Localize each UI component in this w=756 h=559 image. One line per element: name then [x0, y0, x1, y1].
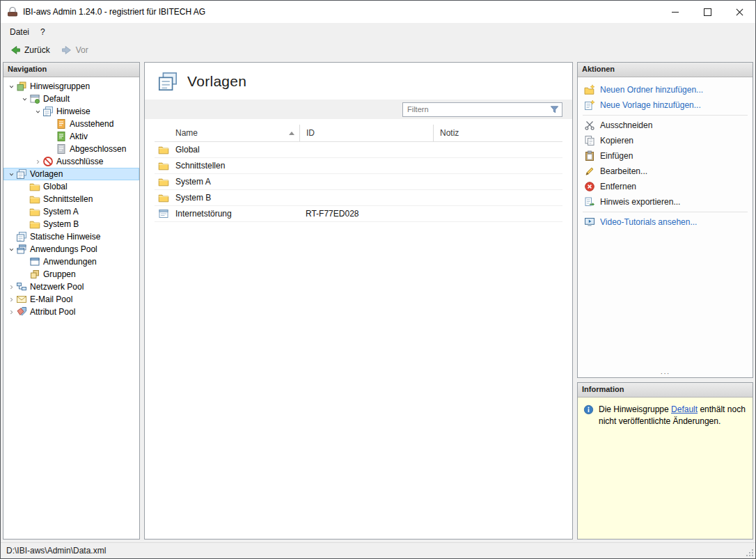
- tree-item-label: Statische Hinweise: [30, 232, 100, 242]
- tree-item-ausstehend[interactable]: Ausstehend: [3, 118, 139, 130]
- default-group-link[interactable]: Default: [671, 404, 698, 414]
- action-export[interactable]: Hinweis exportieren...: [578, 194, 753, 210]
- action-video-tutorials[interactable]: Video-Tutorials ansehen...: [578, 214, 753, 230]
- table-row-internetstoerung[interactable]: Internetstörung RT-F77ED028: [155, 206, 562, 222]
- network-pool-icon: [16, 281, 27, 292]
- folder-icon: [155, 174, 173, 189]
- tree-item-statische-hinweise[interactable]: Statische Hinweise: [3, 230, 139, 243]
- new-template-icon: [584, 100, 595, 111]
- column-header-id[interactable]: ID: [299, 125, 433, 141]
- tree-item-aktiv[interactable]: Aktiv: [3, 130, 139, 143]
- chevron-collapsed-icon[interactable]: [6, 307, 16, 317]
- cell-notiz: [433, 174, 562, 189]
- column-header-name[interactable]: Name: [173, 125, 299, 141]
- menu-datei[interactable]: Datei: [4, 25, 35, 39]
- window-title: IBI-aws Admin 1.24.0 - registriert für I…: [23, 7, 205, 17]
- menu-help[interactable]: ?: [35, 25, 51, 39]
- chevron-spacer: [46, 132, 56, 141]
- column-header-notiz[interactable]: Notiz: [433, 125, 562, 141]
- close-button[interactable]: [723, 1, 755, 23]
- folder-icon: [29, 219, 40, 230]
- paste-icon: [584, 150, 595, 162]
- tree-item-system-b[interactable]: System B: [3, 218, 139, 230]
- tree-item-ausschluesse[interactable]: Ausschlüsse: [3, 155, 139, 168]
- action-new-template[interactable]: Neue Vorlage hinzufügen...: [578, 97, 753, 113]
- table-row-schnittstellen[interactable]: Schnittstellen: [155, 158, 562, 174]
- tree-item-system-a[interactable]: System A: [3, 205, 139, 218]
- groups-icon: [29, 269, 40, 280]
- chevron-collapsed-icon[interactable]: [33, 157, 42, 166]
- actions-panel: Aktionen Neuen Ordner hinzufügen... Neue…: [577, 62, 753, 378]
- chevron-expanded-icon[interactable]: [6, 169, 16, 179]
- cell-id: [299, 174, 433, 189]
- chevron-collapsed-icon[interactable]: [6, 282, 16, 292]
- information-body: Die Hinweisgruppe Default enthält noch n…: [578, 397, 753, 539]
- action-copy[interactable]: Kopieren: [578, 133, 753, 148]
- toolbar: Zurück Vor: [1, 40, 755, 59]
- information-header: Information: [578, 383, 753, 397]
- cell-notiz: [433, 142, 562, 157]
- tree-item-email-pool[interactable]: E-Mail Pool: [3, 293, 139, 306]
- tree-item-abgeschlossen[interactable]: Abgeschlossen: [3, 143, 139, 155]
- tree-item-anwendungen[interactable]: Anwendungen: [3, 255, 139, 268]
- panel-splitter-handle[interactable]: ···: [578, 370, 753, 377]
- cell-name: System A: [173, 174, 299, 189]
- column-label: ID: [306, 128, 315, 138]
- navigation-panel: Navigation Hinweisgruppen Default Hinwei…: [3, 62, 140, 540]
- cell-name: System B: [173, 190, 299, 205]
- tree-item-vorlagen[interactable]: Vorlagen: [3, 168, 139, 180]
- filter-box: [402, 102, 562, 117]
- actions-separator: [583, 212, 748, 212]
- tree-item-attribut-pool[interactable]: Attribut Pool: [3, 306, 139, 318]
- tree-item-hinweise[interactable]: Hinweise: [3, 105, 139, 118]
- action-new-folder[interactable]: Neuen Ordner hinzufügen...: [578, 82, 753, 97]
- action-edit[interactable]: Bearbeiten...: [578, 164, 753, 179]
- chevron-expanded-icon[interactable]: [33, 107, 42, 116]
- action-cut[interactable]: Ausschneiden: [578, 118, 753, 133]
- filter-funnel-icon[interactable]: [549, 104, 560, 115]
- chevron-spacer: [19, 207, 29, 216]
- templates-table: Name ID Notiz Global: [155, 125, 562, 222]
- minimize-button[interactable]: [659, 1, 691, 23]
- action-paste[interactable]: Einfügen: [578, 148, 753, 164]
- chevron-expanded-icon[interactable]: [19, 94, 29, 104]
- chevron-spacer: [19, 182, 29, 191]
- tree-item-label: Schnittstellen: [43, 194, 93, 204]
- back-button[interactable]: Zurück: [5, 43, 55, 57]
- cell-notiz: [433, 158, 562, 173]
- actions-header: Aktionen: [578, 63, 753, 77]
- chevron-spacer: [6, 232, 16, 242]
- tree-item-label: Ausschlüsse: [56, 157, 103, 166]
- tree-item-label: Netzwerk Pool: [30, 282, 84, 292]
- page-title: Vorlagen: [187, 73, 246, 90]
- tree-item-netzwerk-pool[interactable]: Netzwerk Pool: [3, 281, 139, 293]
- tree-item-global[interactable]: Global: [3, 180, 139, 193]
- titlebar: IBI-aws Admin 1.24.0 - registriert für I…: [1, 1, 755, 23]
- forward-button[interactable]: Vor: [56, 43, 93, 57]
- notice-groups-icon: [16, 81, 27, 92]
- exclusions-icon: [42, 156, 54, 167]
- chevron-collapsed-icon[interactable]: [6, 294, 16, 304]
- template-icon: [155, 206, 173, 221]
- tree-item-default[interactable]: Default: [3, 93, 139, 105]
- filter-input[interactable]: [403, 105, 549, 113]
- cell-id: [299, 158, 433, 173]
- workspace: Navigation Hinweisgruppen Default Hinwei…: [1, 59, 755, 542]
- table-row-global[interactable]: Global: [155, 142, 562, 158]
- tree-item-label: Vorlagen: [30, 169, 63, 179]
- chevron-expanded-icon[interactable]: [6, 81, 16, 91]
- action-delete[interactable]: Entfernen: [578, 179, 753, 194]
- maximize-button[interactable]: [691, 1, 723, 23]
- export-icon: [584, 196, 595, 207]
- tree-item-anwendungs-pool[interactable]: Anwendungs Pool: [3, 243, 139, 255]
- message-text: Die Hinweisgruppe: [599, 404, 671, 414]
- chevron-expanded-icon[interactable]: [6, 244, 16, 254]
- table-row-system-b[interactable]: System B: [155, 190, 562, 206]
- resize-grip-icon[interactable]: [745, 548, 755, 558]
- tree-item-gruppen[interactable]: Gruppen: [3, 268, 139, 281]
- active-note-icon: [56, 131, 67, 142]
- tree-item-hinweisgruppen[interactable]: Hinweisgruppen: [3, 80, 139, 93]
- tree-item-schnittstellen[interactable]: Schnittstellen: [3, 193, 139, 205]
- actions-body: Neuen Ordner hinzufügen... Neue Vorlage …: [578, 77, 753, 377]
- table-row-system-a[interactable]: System A: [155, 174, 562, 190]
